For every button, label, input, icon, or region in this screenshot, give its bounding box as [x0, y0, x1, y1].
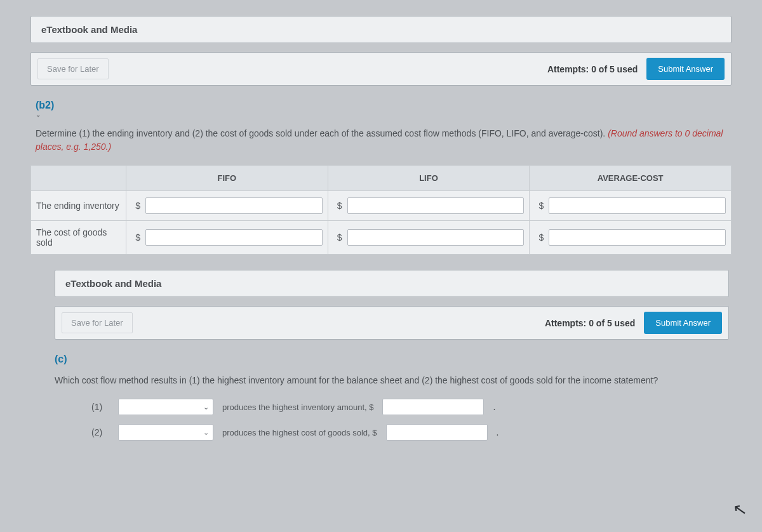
fifo-cogs-input[interactable]: [145, 229, 323, 246]
section-b2-tag: (b2) ⌄: [36, 100, 732, 118]
highest-cogs-amount-input[interactable]: [386, 424, 488, 441]
section-c-tag: (c): [55, 354, 729, 365]
currency-label: $: [333, 201, 342, 211]
action-bar-inner: Save for Later Attempts: 0 of 5 used Sub…: [55, 306, 729, 340]
row-cogs: The cost of goods sold: [31, 221, 126, 255]
attempts-text-inner: Attempts: 0 of 5 used: [545, 318, 635, 328]
submit-answer-button-inner[interactable]: Submit Answer: [644, 312, 722, 334]
b2-instruction: Determine (1) the ending inventory and (…: [36, 127, 726, 154]
method-select-1[interactable]: ⌄: [118, 399, 213, 415]
avg-cogs-input[interactable]: [549, 229, 726, 246]
period: .: [493, 402, 495, 412]
statement-number-1: (1): [91, 402, 109, 412]
lifo-cogs-input[interactable]: [347, 229, 525, 246]
cost-flow-table: FIFO LIFO AVERAGE-COST The ending invent…: [30, 165, 732, 255]
statement-row-1: (1) ⌄ produces the highest inventory amo…: [91, 399, 729, 415]
col-avg: AVERAGE-COST: [530, 166, 732, 191]
fifo-ending-inventory-input[interactable]: [145, 197, 323, 214]
currency-label: $: [131, 232, 140, 243]
action-bar-top: Save for Later Attempts: 0 of 5 used Sub…: [30, 52, 732, 86]
save-for-later-button[interactable]: Save for Later: [37, 58, 109, 79]
statement-row-2: (2) ⌄ produces the highest cost of goods…: [91, 424, 729, 441]
chevron-down-icon: ⌄: [36, 111, 732, 118]
currency-label: $: [535, 201, 544, 211]
attempts-wrap: Attempts: 0 of 5 used Submit Answer: [547, 58, 725, 80]
table-row: The ending inventory $ $ $: [31, 191, 732, 221]
c-question: Which cost flow method results in (1) th…: [55, 374, 724, 387]
attempts-wrap-inner: Attempts: 0 of 5 used Submit Answer: [545, 312, 722, 334]
save-for-later-button-inner[interactable]: Save for Later: [62, 312, 133, 333]
statement-number-2: (2): [91, 427, 109, 437]
submit-answer-button[interactable]: Submit Answer: [646, 58, 725, 80]
col-blank: [31, 166, 126, 191]
currency-label: $: [131, 201, 140, 211]
etextbook-media-inner[interactable]: eTextbook and Media: [55, 270, 729, 297]
etextbook-media-top[interactable]: eTextbook and Media: [30, 16, 732, 43]
etextbook-label: eTextbook and Media: [65, 278, 161, 289]
cursor-icon: ↖: [731, 498, 748, 520]
statement-text-2: produces the highest cost of goods sold,…: [222, 428, 377, 437]
currency-label: $: [535, 232, 544, 243]
chevron-down-icon: ⌄: [203, 403, 209, 411]
statement-text-1: produces the highest inventory amount, $: [222, 402, 373, 412]
attempts-text: Attempts: 0 of 5 used: [547, 64, 638, 74]
avg-ending-inventory-input[interactable]: [549, 197, 726, 214]
col-lifo: LIFO: [328, 166, 530, 191]
etextbook-label: eTextbook and Media: [41, 24, 137, 35]
row-ending-inventory: The ending inventory: [31, 191, 126, 221]
lifo-ending-inventory-input[interactable]: [347, 197, 525, 214]
table-row: The cost of goods sold $ $ $: [31, 221, 732, 255]
col-fifo: FIFO: [126, 166, 328, 191]
currency-label: $: [333, 232, 342, 243]
method-select-2[interactable]: ⌄: [118, 424, 213, 441]
chevron-down-icon: ⌄: [203, 429, 209, 437]
period: .: [497, 427, 499, 437]
highest-inventory-amount-input[interactable]: [382, 399, 484, 415]
